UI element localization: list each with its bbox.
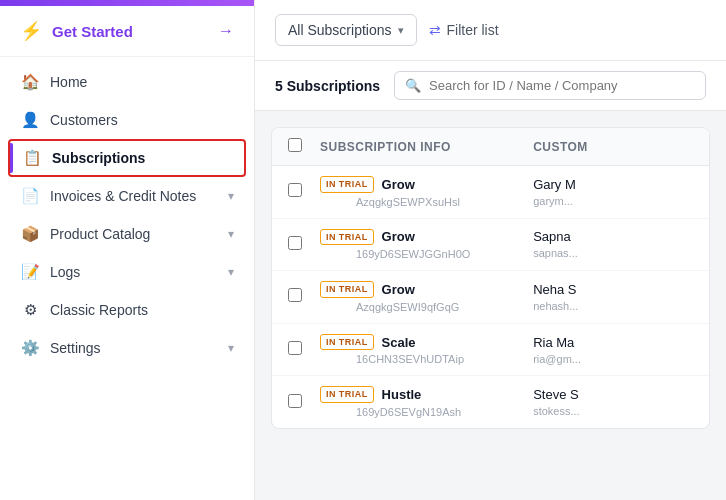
- sidebar-item-settings[interactable]: ⚙️ Settings ▾: [0, 329, 254, 367]
- row-sub-inner: IN TRIAL Grow: [320, 229, 533, 246]
- customer-name: Sapna: [533, 229, 693, 244]
- classic-reports-icon: ⚙: [20, 300, 40, 320]
- chevron-icon: ▾: [228, 227, 234, 241]
- row-checkbox: [288, 341, 316, 358]
- table-container: Subscription Info Custom IN TRIAL Grow A…: [255, 111, 726, 500]
- header-subscription-info: Subscription Info: [316, 140, 533, 154]
- table-header: Subscription Info Custom: [272, 128, 709, 166]
- subscription-name: Grow: [382, 282, 415, 297]
- row-checkbox: [288, 288, 316, 305]
- sidebar-item-invoices[interactable]: 📄 Invoices & Credit Notes ▾: [0, 177, 254, 215]
- sidebar-item-logs[interactable]: 📝 Logs ▾: [0, 253, 254, 291]
- row-select-checkbox[interactable]: [288, 183, 302, 197]
- subscription-name: Grow: [382, 229, 415, 244]
- subscription-id: 16CHN3SEVhUDTAip: [356, 353, 533, 365]
- row-customer: Gary M garym...: [533, 177, 693, 207]
- sub-header: 5 Subscriptions 🔍: [255, 61, 726, 111]
- status-badge: IN TRIAL: [320, 176, 374, 193]
- dropdown-label: All Subscriptions: [288, 22, 392, 38]
- header-customer: Custom: [533, 140, 693, 154]
- sidebar-get-started[interactable]: ⚡ Get Started →: [0, 6, 254, 57]
- row-select-checkbox[interactable]: [288, 236, 302, 250]
- customer-name: Gary M: [533, 177, 693, 192]
- all-subscriptions-dropdown[interactable]: All Subscriptions ▾: [275, 14, 417, 46]
- sidebar-item-label: Classic Reports: [50, 302, 148, 318]
- search-box[interactable]: 🔍: [394, 71, 706, 100]
- sidebar-item-classic-reports[interactable]: ⚙ Classic Reports: [0, 291, 254, 329]
- main-header: All Subscriptions ▾ ⇄ Filter list: [255, 0, 726, 61]
- customer-name: Ria Ma: [533, 335, 693, 350]
- sidebar-nav: 🏠 Home 👤 Customers 📋 Subscriptions 📄 Inv…: [0, 57, 254, 373]
- customers-icon: 👤: [20, 110, 40, 130]
- row-sub-inner: IN TRIAL Scale: [320, 334, 533, 351]
- customer-name: Neha S: [533, 282, 693, 297]
- subscription-name: Grow: [382, 177, 415, 192]
- settings-icon: ⚙️: [20, 338, 40, 358]
- main-content: All Subscriptions ▾ ⇄ Filter list 5 Subs…: [255, 0, 726, 500]
- customer-email: garym...: [533, 195, 693, 207]
- row-sub-inner: IN TRIAL Grow: [320, 176, 533, 193]
- table-row: IN TRIAL Grow AzqgkgSEWI9qfGqG Neha S ne…: [272, 271, 709, 324]
- row-subscription-info: IN TRIAL Grow AzqgkgSEWI9qfGqG: [316, 281, 533, 313]
- row-customer: Ria Ma ria@gm...: [533, 335, 693, 365]
- table-row: IN TRIAL Hustle 169yD6SEVgN19Ash Steve S…: [272, 376, 709, 428]
- customer-email: sapnas...: [533, 247, 693, 259]
- row-subscription-info: IN TRIAL Hustle 169yD6SEVgN19Ash: [316, 386, 533, 418]
- sidebar-item-customers[interactable]: 👤 Customers: [0, 101, 254, 139]
- status-badge: IN TRIAL: [320, 386, 374, 403]
- status-badge: IN TRIAL: [320, 281, 374, 298]
- status-badge: IN TRIAL: [320, 334, 374, 351]
- subscription-name: Scale: [382, 335, 416, 350]
- row-select-checkbox[interactable]: [288, 288, 302, 302]
- row-sub-inner: IN TRIAL Grow: [320, 281, 533, 298]
- get-started-label: Get Started: [52, 23, 133, 40]
- subscription-id: AzqgkgSEWPXsuHsl: [356, 196, 533, 208]
- sidebar-item-subscriptions[interactable]: 📋 Subscriptions: [8, 139, 246, 177]
- row-customer: Steve S stokess...: [533, 387, 693, 417]
- sidebar-item-label: Home: [50, 74, 87, 90]
- search-input[interactable]: [429, 78, 695, 93]
- invoices-icon: 📄: [20, 186, 40, 206]
- filter-label: Filter list: [447, 22, 499, 38]
- table-row: IN TRIAL Grow AzqgkgSEWPXsuHsl Gary M ga…: [272, 166, 709, 219]
- subscription-id: AzqgkgSEWI9qfGqG: [356, 301, 533, 313]
- sidebar: ⚡ Get Started → 🏠 Home 👤 Customers 📋 Sub…: [0, 0, 255, 500]
- sidebar-item-label: Customers: [50, 112, 118, 128]
- customer-email: nehash...: [533, 300, 693, 312]
- subscription-count: 5 Subscriptions: [275, 78, 380, 94]
- row-checkbox: [288, 183, 316, 200]
- dropdown-chevron-icon: ▾: [398, 24, 404, 37]
- status-badge: IN TRIAL: [320, 229, 374, 246]
- filter-button[interactable]: ⇄ Filter list: [429, 22, 499, 38]
- sidebar-item-label: Settings: [50, 340, 101, 356]
- customer-name: Steve S: [533, 387, 693, 402]
- sidebar-item-home[interactable]: 🏠 Home: [0, 63, 254, 101]
- sidebar-item-product-catalog[interactable]: 📦 Product Catalog ▾: [0, 215, 254, 253]
- subscription-id: 169yD6SEVgN19Ash: [356, 406, 533, 418]
- header-checkbox-col: [288, 138, 316, 155]
- select-all-checkbox[interactable]: [288, 138, 302, 152]
- row-select-checkbox[interactable]: [288, 341, 302, 355]
- sidebar-item-label: Invoices & Credit Notes: [50, 188, 196, 204]
- subscription-id: 169yD6SEWJGGnH0O: [356, 248, 533, 260]
- row-customer: Sapna sapnas...: [533, 229, 693, 259]
- row-subscription-info: IN TRIAL Scale 16CHN3SEVhUDTAip: [316, 334, 533, 366]
- table-row: IN TRIAL Grow 169yD6SEWJGGnH0O Sapna sap…: [272, 219, 709, 272]
- row-customer: Neha S nehash...: [533, 282, 693, 312]
- row-checkbox: [288, 394, 316, 411]
- get-started-arrow-icon: →: [218, 22, 234, 40]
- customer-email: ria@gm...: [533, 353, 693, 365]
- row-subscription-info: IN TRIAL Grow AzqgkgSEWPXsuHsl: [316, 176, 533, 208]
- row-select-checkbox[interactable]: [288, 394, 302, 408]
- sidebar-item-label: Product Catalog: [50, 226, 150, 242]
- home-icon: 🏠: [20, 72, 40, 92]
- logs-icon: 📝: [20, 262, 40, 282]
- subscription-table: Subscription Info Custom IN TRIAL Grow A…: [271, 127, 710, 429]
- chevron-icon: ▾: [228, 341, 234, 355]
- sidebar-item-label: Logs: [50, 264, 80, 280]
- table-row: IN TRIAL Scale 16CHN3SEVhUDTAip Ria Ma r…: [272, 324, 709, 377]
- row-checkbox: [288, 236, 316, 253]
- subscription-name: Hustle: [382, 387, 422, 402]
- product-catalog-icon: 📦: [20, 224, 40, 244]
- search-icon: 🔍: [405, 78, 421, 93]
